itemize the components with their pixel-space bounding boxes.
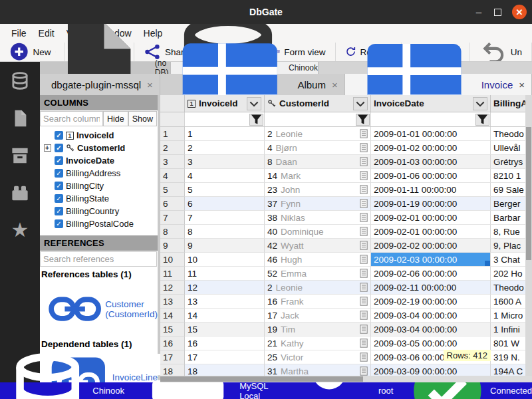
cell-invoicedate[interactable]: 2009-01-19 00:00:00 — [371, 197, 491, 211]
cell-invoiceid[interactable]: 3 — [185, 155, 265, 169]
column-header-customerid[interactable]: CustomerId — [265, 95, 371, 112]
row-number-cell[interactable]: 18 — [160, 364, 185, 376]
cell-invoiceid[interactable]: 16 — [185, 336, 265, 350]
tab-close-icon[interactable]: × — [146, 79, 153, 90]
cell-customerid[interactable]: 37Fynn — [265, 197, 371, 211]
search-columns-input[interactable] — [40, 111, 103, 126]
column-item-billingaddress[interactable]: ✓BillingAddress — [40, 167, 158, 180]
rail-item-database[interactable] — [10, 71, 30, 91]
row-number-cell[interactable]: 5 — [160, 183, 185, 197]
checkbox-checked-icon[interactable]: ✓ — [55, 207, 63, 215]
hide-button[interactable]: Hide — [103, 111, 128, 126]
row-number-cell[interactable]: 12 — [160, 281, 185, 295]
cell-invoicedate[interactable]: 2009-01-11 00:00:00 — [371, 183, 491, 197]
cell-invoiceid[interactable]: 15 — [185, 323, 265, 336]
cell-customerid[interactable]: 46Hugh — [265, 253, 371, 267]
checkbox-checked-icon[interactable]: ✓ — [55, 131, 63, 140]
vertical-scrollbar-thumb[interactable] — [526, 127, 531, 260]
rail-item-star[interactable]: ★ — [10, 220, 30, 240]
horizontal-scrollbar-thumb[interactable] — [160, 376, 363, 382]
toolbar-button-un[interactable]: Un — [470, 43, 532, 61]
row-number-cell[interactable]: 15 — [160, 323, 185, 336]
cell-invoiceid[interactable]: 13 — [185, 295, 265, 309]
cell-invoiceid[interactable]: 18 — [185, 364, 265, 376]
cell-invoicedate[interactable]: 2009-03-04 00:00:00 — [371, 309, 491, 323]
cell-invoicedate[interactable]: 2009-02-11 00:00:00 — [371, 281, 491, 295]
row-number-cell[interactable]: 9 — [160, 239, 185, 253]
filter-funnel-button[interactable] — [475, 114, 489, 126]
tab-close-icon[interactable]: × — [517, 79, 525, 90]
row-number-cell[interactable]: 7 — [160, 211, 185, 225]
row-number-cell[interactable]: 3 — [160, 155, 185, 169]
maximize-button[interactable] — [494, 9, 501, 16]
tab-dbgate-plugin-mssql[interactable]: dbgate-plugin-mssql× — [40, 74, 160, 95]
row-number-cell[interactable]: 1 — [160, 127, 185, 141]
horizontal-scrollbar[interactable] — [160, 376, 532, 382]
minimize-button[interactable]: – — [474, 9, 483, 15]
cell-invoicedate[interactable]: 2009-03-09 00:00:00 — [371, 364, 491, 376]
search-references-input[interactable] — [40, 251, 157, 267]
row-number-cell[interactable]: 17 — [160, 350, 185, 364]
show-button[interactable]: Show — [128, 111, 157, 126]
cell-customerid[interactable]: 4Bjørn — [265, 141, 371, 155]
cell-invoiceid[interactable]: 12 — [185, 281, 265, 295]
cell-invoicedate[interactable]: 2009-02-19 00:00:00 — [371, 295, 491, 309]
tab-invoice[interactable]: Invoice× — [345, 74, 532, 95]
row-number-cell[interactable]: 8 — [160, 225, 185, 239]
cell-customerid[interactable]: 40Dominique — [265, 225, 371, 239]
cell-customerid[interactable]: 16Frank — [265, 295, 371, 309]
cell-invoiceid[interactable]: 11 — [185, 267, 265, 281]
cell-customerid[interactable]: 31Martha — [265, 364, 371, 376]
cell-customerid[interactable]: 42Wyatt — [265, 239, 371, 253]
cell-invoicedate[interactable]: 2009-01-03 00:00:00 — [371, 155, 491, 169]
cell-customerid[interactable]: 17Jack — [265, 309, 371, 323]
filter-input-customerid[interactable] — [265, 114, 356, 126]
cell-customerid[interactable]: 25Victor — [265, 350, 371, 364]
cell-customerid[interactable]: 2Leonie — [265, 127, 371, 141]
row-number-cell[interactable]: 6 — [160, 197, 185, 211]
cell-invoiceid[interactable]: 5 — [185, 183, 265, 197]
column-item-invoiceid[interactable]: ✓1InvoiceId — [40, 129, 158, 142]
column-item-invoicedate[interactable]: ✓InvoiceDate — [40, 154, 158, 167]
column-item-billingstate[interactable]: ✓BillingState — [40, 192, 158, 205]
cell-invoicedate[interactable]: 2009-02-01 00:00:00 — [371, 211, 491, 225]
rail-item-file[interactable] — [10, 108, 30, 128]
cell-customerid[interactable]: 38Niklas — [265, 211, 371, 225]
cell-invoiceid[interactable]: 6 — [185, 197, 265, 211]
cell-invoicedate-selected[interactable]: 2009-02-03 00:00:00 — [371, 253, 491, 267]
row-number-cell[interactable]: 10 — [160, 253, 185, 267]
cell-invoiceid[interactable]: 1 — [185, 127, 265, 141]
vertical-scrollbar[interactable] — [525, 95, 532, 376]
cell-invoicedate[interactable]: 2009-02-01 00:00:00 — [371, 225, 491, 239]
checkbox-checked-icon[interactable]: ✓ — [55, 144, 63, 152]
filter-funnel-button[interactable] — [356, 114, 370, 126]
column-item-billingcountry[interactable]: ✓BillingCountry — [40, 205, 158, 217]
column-header-invoiceid[interactable]: 1InvoiceId — [185, 95, 265, 112]
close-button[interactable]: ✕ — [512, 5, 527, 19]
filter-input-invoicedate[interactable] — [372, 114, 475, 126]
rail-item-plugins[interactable] — [10, 183, 30, 203]
cell-invoiceid[interactable]: 2 — [185, 141, 265, 155]
column-header-invoicedate[interactable]: InvoiceDate — [371, 95, 491, 112]
tab-close-icon[interactable]: × — [331, 79, 338, 90]
cell-invoiceid[interactable]: 7 — [185, 211, 265, 225]
cell-invoicedate[interactable]: 2009-02-06 00:00:00 — [371, 267, 491, 281]
cell-invoiceid[interactable]: 10 — [185, 253, 265, 267]
tab-album[interactable]: Album× — [160, 74, 345, 95]
column-item-billingpostalcode[interactable]: ✓BillingPostalCode — [40, 217, 158, 230]
expander-icon[interactable]: + — [44, 144, 51, 152]
rail-item-archive[interactable] — [10, 146, 30, 166]
cell-customerid[interactable]: 23John — [265, 183, 371, 197]
cell-customerid[interactable]: 8Daan — [265, 155, 371, 169]
column-item-customerid[interactable]: +✓CustomerId — [40, 142, 158, 154]
cell-invoicedate[interactable]: 2009-03-04 00:00:00 — [371, 323, 491, 336]
cell-customerid[interactable]: 21Kathy — [265, 336, 371, 350]
filter-input-invoiceid[interactable] — [186, 114, 249, 126]
row-number-cell[interactable]: 14 — [160, 309, 185, 323]
row-number-cell[interactable]: 4 — [160, 169, 185, 183]
cell-invoicedate[interactable]: 2009-02-02 00:00:00 — [371, 239, 491, 253]
cell-invoicedate[interactable]: 2009-03-05 00:00:00 — [371, 336, 491, 350]
menu-item-file[interactable]: File — [7, 26, 31, 41]
checkbox-checked-icon[interactable]: ✓ — [55, 219, 63, 228]
cell-invoiceid[interactable]: 4 — [185, 169, 265, 183]
